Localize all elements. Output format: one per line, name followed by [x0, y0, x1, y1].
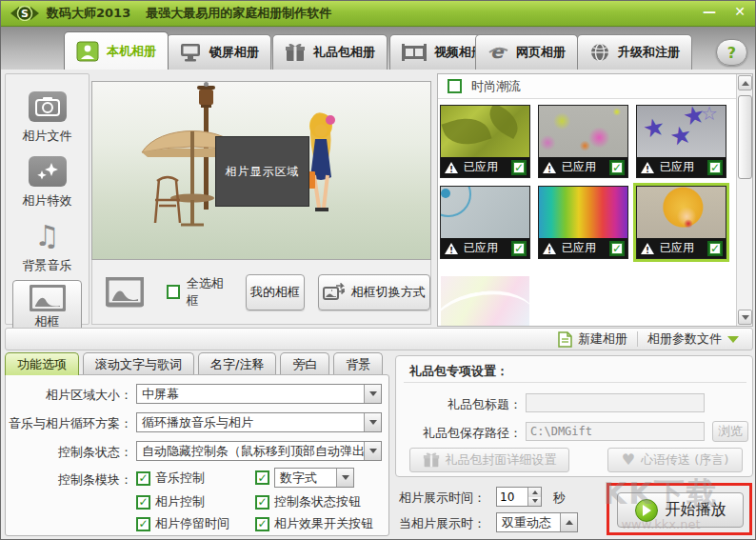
photo-display-time-label: 相片展示时间：	[399, 490, 486, 507]
photo-area-size-select[interactable]: 中屏幕	[136, 384, 382, 404]
sidebar-item-photo-files[interactable]: 相片文件	[6, 91, 89, 145]
photo-fx-button-checkbox[interactable]	[255, 517, 269, 531]
tab-lockscreen-album[interactable]: 锁屏相册	[167, 34, 271, 70]
tab-giftpack-album[interactable]: 礼品包相册	[272, 34, 388, 70]
select-all-frames-checkbox[interactable]	[167, 285, 180, 299]
tab-name-annotation[interactable]: 名字/注释	[198, 352, 276, 375]
start-playback-button[interactable]: 开始播放	[617, 492, 744, 528]
help-button[interactable]: ?	[716, 39, 747, 66]
applied-badge: 已应用	[441, 157, 529, 177]
module-digital-style[interactable]: 数字式	[255, 468, 354, 488]
tab-scrolling-text-lyrics[interactable]: 滚动文字与歌词	[83, 352, 194, 375]
spinner-up-button[interactable]	[528, 488, 541, 497]
browse-button[interactable]: 浏览	[712, 421, 748, 442]
module-photo-stay-time[interactable]: 相片停留时间	[136, 515, 229, 532]
scroll-down-button[interactable]	[738, 310, 752, 325]
frame-thumbnail-color-bokeh[interactable]: 已应用	[538, 105, 628, 178]
spinner-down-button[interactable]	[528, 497, 541, 507]
frame-switch-icon	[323, 283, 346, 302]
frame-thumbnail-purple-stars[interactable]: 已应用	[636, 105, 726, 178]
scrollbar-thumb[interactable]	[738, 95, 752, 179]
toolbar-divider	[637, 331, 638, 347]
album-params-dropdown[interactable]: 相册参数文件	[647, 330, 739, 348]
applied-checkbox[interactable]	[511, 160, 527, 175]
tab-label: 锁屏相册	[209, 44, 259, 61]
frame-switch-mode-button[interactable]: 相框切换方式	[318, 274, 430, 310]
display-mode-select[interactable]: 双重动态	[496, 512, 578, 532]
digital-style-checkbox[interactable]	[255, 470, 269, 485]
giftpack-path-input[interactable]	[526, 422, 705, 441]
chevron-up-icon[interactable]	[560, 513, 577, 531]
applied-checkbox[interactable]	[609, 241, 625, 256]
gift-icon	[285, 42, 306, 63]
digital-style-select[interactable]: 数字式	[274, 468, 354, 488]
applied-badge: 已应用	[441, 238, 529, 258]
frames-scrollbar[interactable]	[736, 74, 752, 326]
sidebar-item-photo-frame[interactable]: 相框	[12, 280, 82, 333]
tab-local-album[interactable]: 本机相册	[64, 31, 169, 70]
frame-thumbnail-green-leaves[interactable]: 已应用	[440, 105, 530, 178]
applied-checkbox[interactable]	[707, 241, 723, 256]
sidebar-item-photo-effects[interactable]: 相片特效	[6, 156, 89, 210]
app-window: S 数码大师2013 最强大最易用的家庭相册制作软件 — ✕ 本机相册 锁屏相册	[0, 0, 756, 540]
heart-message-button[interactable]: ♥ 心语传送 (序言)	[607, 448, 743, 472]
applied-checkbox[interactable]	[707, 160, 723, 175]
category-checkbox[interactable]	[448, 79, 462, 93]
frame-thumbnail-blue-tech[interactable]: 已应用	[440, 186, 530, 259]
effects-sparkle-icon	[29, 156, 67, 187]
photo-control-checkbox[interactable]	[136, 495, 150, 510]
giftpack-path-label: 礼品包保存路径：	[400, 425, 522, 442]
chevron-down-icon[interactable]	[364, 442, 381, 460]
applied-checkbox[interactable]	[609, 160, 625, 175]
play-icon	[635, 499, 658, 522]
control-bar-state-select[interactable]: 自动隐藏控制条（鼠标移到顶部自动弹出）	[136, 441, 382, 461]
sidebar-item-background-music[interactable]: ♫ 背景音乐	[6, 221, 89, 274]
app-title: 数码大师2013	[47, 5, 130, 22]
tab-background[interactable]: 背景	[333, 352, 383, 375]
play-button-highlight: 开始播放	[607, 483, 752, 535]
scroll-up-button[interactable]	[738, 75, 752, 90]
globe-icon	[589, 42, 610, 63]
thumbnail-image	[637, 187, 726, 238]
giftpack-title-input[interactable]	[526, 393, 705, 412]
function-options-panel: 相片区域大小： 中屏幕 音乐与相片循环方案： 循环播放音乐与相片 控制条状态： …	[5, 374, 389, 536]
tab-function-options[interactable]: 功能选项	[5, 352, 79, 375]
giftpack-cover-settings-button[interactable]: 礼品包封面详细设置	[409, 448, 569, 472]
applied-checkbox[interactable]	[511, 241, 527, 256]
frame-thumbnail-cartoon-girl[interactable]: 已应用	[636, 186, 726, 259]
new-album-link[interactable]: 新建相册	[558, 330, 627, 348]
photo-stay-time-checkbox[interactable]	[136, 517, 150, 531]
thumbnail-image	[539, 106, 627, 157]
album-toolbar: 新建相册 相册参数文件	[5, 328, 753, 350]
module-bar-state-button[interactable]: 控制条状态按钮	[255, 493, 361, 510]
photo-display-overlay: 相片显示区域	[215, 136, 309, 207]
my-frames-button[interactable]: 我的相框	[246, 274, 304, 310]
module-photo-control[interactable]: 相片控制	[136, 493, 205, 510]
svg-text:S: S	[21, 8, 29, 20]
tab-narration[interactable]: 旁白	[280, 352, 329, 375]
warning-icon	[444, 242, 459, 254]
minimize-button[interactable]: —	[700, 4, 719, 19]
browser-e-icon: e	[487, 42, 508, 63]
display-time-input[interactable]	[497, 488, 527, 506]
close-button[interactable]: ✕	[730, 4, 749, 19]
frame-thumbnail-rainbow-stripes[interactable]: 已应用	[538, 186, 628, 259]
thumbnail-image	[637, 106, 726, 157]
tab-web-album[interactable]: e 网页相册	[475, 34, 578, 70]
frame-thumbnail-pastel-swirl[interactable]	[440, 275, 530, 327]
music-control-checkbox[interactable]	[136, 471, 150, 486]
display-time-spinner[interactable]	[496, 487, 542, 507]
sidebar-item-label: 背景音乐	[23, 258, 72, 272]
bar-state-button-checkbox[interactable]	[255, 495, 269, 510]
heart-icon: ♥	[622, 452, 635, 468]
chevron-down-icon[interactable]	[364, 385, 381, 403]
chevron-down-icon[interactable]	[364, 413, 381, 431]
thumbnail-image	[441, 187, 529, 238]
module-photo-fx-button[interactable]: 相片效果开关按钮	[255, 515, 373, 532]
tab-upgrade-register[interactable]: 升级和注册	[577, 34, 692, 70]
module-music-control[interactable]: 音乐控制	[136, 470, 205, 487]
music-loop-select[interactable]: 循环播放音乐与相片	[136, 412, 382, 432]
warning-icon	[444, 161, 459, 173]
warning-icon	[640, 242, 655, 254]
chevron-down-icon[interactable]	[336, 469, 353, 487]
